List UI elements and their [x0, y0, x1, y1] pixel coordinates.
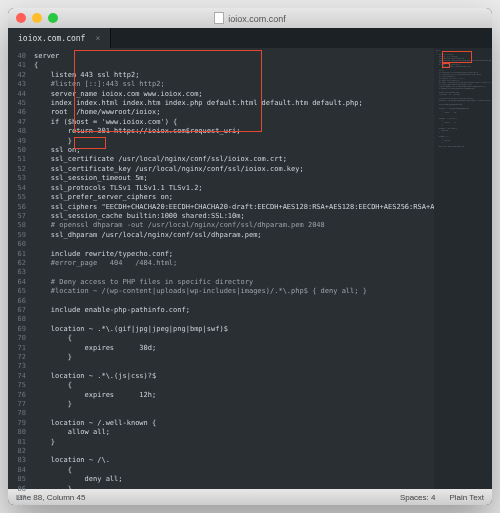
tab-label: ioiox.com.conf [18, 34, 85, 43]
status-syntax[interactable]: Plain Text [449, 493, 484, 502]
close-tab-icon[interactable]: × [95, 34, 100, 43]
editor-window: ioiox.com.conf ioiox.com.conf × 40 41 42… [8, 8, 492, 505]
code-area[interactable]: server { listen 443 ssl http2; #listen [… [30, 48, 434, 489]
document-icon [214, 12, 224, 24]
line-number-gutter[interactable]: 40 41 42 43 44 45 46 47 48 49 50 51 52 5… [8, 48, 30, 489]
minimap-highlight-2 [442, 63, 450, 68]
tab-bar: ioiox.com.conf × [8, 28, 492, 48]
window-title: ioiox.com.conf [8, 12, 492, 24]
source-code[interactable]: server { listen 443 ssl http2; #listen [… [30, 48, 434, 489]
window-title-text: ioiox.com.conf [228, 14, 286, 24]
status-spaces[interactable]: Spaces: 4 [400, 493, 436, 502]
tab-ioiox-conf[interactable]: ioiox.com.conf × [8, 28, 111, 48]
minimap[interactable]: server { listen 443 ssl http2; #listen [… [434, 48, 492, 489]
titlebar[interactable]: ioiox.com.conf [8, 8, 492, 28]
status-cursor[interactable]: Line 88, Column 45 [16, 493, 85, 502]
status-bar: Line 88, Column 45 Spaces: 4 Plain Text [8, 489, 492, 505]
minimap-highlight-1 [442, 51, 472, 63]
